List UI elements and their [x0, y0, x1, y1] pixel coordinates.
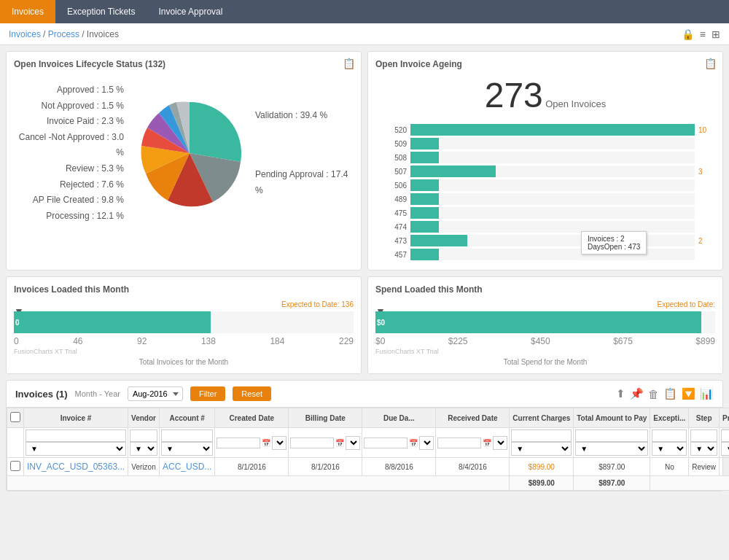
grid-icon[interactable]: ⊞ — [712, 28, 720, 40]
lifecycle-title: Open Invoices Lifecycle Status (132) — [14, 59, 354, 69]
filter-icon[interactable]: 🔽 — [682, 387, 695, 400]
nav-invoice-approval[interactable]: Invoice Approval — [147, 0, 234, 23]
settings-icon[interactable]: 📊 — [700, 387, 714, 400]
filter-button[interactable]: Filter — [190, 386, 225, 401]
ageing-bar-row: 508 — [381, 152, 709, 163]
ageing-bar-label: 457 — [381, 251, 407, 259]
ageing-bar-track — [410, 207, 695, 219]
invoice-num-link[interactable]: INV_ACC_USD_05363... — [27, 462, 125, 472]
ageing-bar-label: 506 — [381, 182, 407, 190]
filter-step[interactable] — [690, 429, 717, 442]
col-received-date: Received Date — [436, 408, 510, 428]
ageing-bar-track — [410, 166, 695, 177]
row-step: Review — [689, 458, 720, 476]
filter-current-charges[interactable] — [511, 429, 572, 442]
due-date-cal-icon[interactable]: 📅 — [409, 439, 418, 447]
breadcrumb-invoices[interactable]: Invoices — [9, 29, 41, 39]
filter-vendor[interactable] — [130, 429, 157, 442]
filter-due-op[interactable]: ▼ — [419, 436, 434, 450]
ageing-bar-row: 489 — [381, 193, 709, 205]
filter-total-op[interactable]: ▼ — [575, 442, 648, 456]
filter-total-amount[interactable] — [575, 429, 648, 442]
filter-invoice-num-op[interactable]: ▼ — [26, 442, 126, 456]
spend-fusion-label: FusionCharts XT Trial — [375, 348, 715, 355]
invoice-table: Invoice # Vendor Account # Created Date … — [7, 408, 729, 491]
ageing-bar-value: 3 — [698, 168, 709, 176]
filter-processing[interactable] — [721, 429, 729, 442]
ageing-bar-track: Invoices : 2DaysOpen : 473 — [410, 235, 695, 246]
pin-icon[interactable]: 📌 — [630, 387, 644, 400]
ageing-bar-row: 520 10 — [381, 124, 709, 136]
lock-icon[interactable]: 🔒 — [682, 28, 694, 40]
filter-billing-date[interactable] — [290, 438, 334, 448]
col-total-amount: Total Amount to Pay — [574, 408, 650, 428]
ageing-bar-track — [410, 193, 695, 205]
ageing-bar-track — [410, 138, 695, 149]
ageing-bar-fill — [410, 207, 439, 219]
breadcrumb-process[interactable]: Process — [48, 29, 79, 39]
invoices-x-axis: 0 46 92 138 184 229 — [14, 336, 354, 346]
ageing-bar-row: 475 — [381, 207, 709, 219]
invoices-chart-label: Total Invoices for the Month — [14, 358, 354, 366]
ageing-export-icon[interactable]: 📋 — [704, 58, 717, 69]
filter-received-date[interactable] — [437, 438, 481, 448]
invoices-bar-value: 0 — [15, 319, 20, 327]
pie-container: Approved : 1.5 % Not Approved : 1.5 % In… — [14, 75, 354, 231]
total-row: $899.00 $897.00 — [7, 476, 730, 491]
filter-exception[interactable] — [652, 429, 687, 442]
invoice-table-section: Invoices (1) Month - Year Aug-2016 Filte… — [6, 380, 723, 491]
created-date-cal-icon[interactable]: 📅 — [262, 439, 270, 447]
filter-processing-op[interactable]: ▼ — [721, 442, 729, 456]
filter-received-op[interactable]: ▼ — [493, 436, 507, 450]
filter-invoice-num[interactable] — [26, 429, 126, 442]
ageing-bar-row: 507 3 — [381, 166, 709, 177]
filter-step-op[interactable]: ▼ — [690, 442, 717, 456]
trash-icon[interactable]: 🗑 — [648, 388, 659, 400]
row-received-date: 8/4/2016 — [436, 458, 510, 476]
lifecycle-export-icon[interactable]: 📋 — [343, 58, 355, 69]
reset-button[interactable]: Reset — [233, 386, 271, 401]
ageing-bar-track — [410, 221, 695, 233]
invoices-bar: 0 — [14, 311, 211, 333]
nav-invoices[interactable]: Invoices — [0, 0, 55, 23]
filter-vendor-op[interactable]: ▼ — [130, 442, 157, 456]
month-year-select[interactable]: Aug-2016 — [128, 386, 183, 401]
bottom-charts: Invoices Loaded this Month Expected to D… — [0, 276, 729, 380]
ageing-bar-row: 509 — [381, 138, 709, 149]
ageing-bar-track — [410, 124, 695, 136]
nav-exception-tickets[interactable]: Exception Tickets — [55, 0, 147, 23]
col-checkbox — [7, 408, 24, 428]
spend-x-axis: $0 $225 $450 $675 $899 — [375, 336, 715, 346]
filter-billing-op[interactable]: ▼ — [346, 436, 360, 450]
row-total-amount: $897.00 — [574, 458, 650, 476]
invoices-fusion-label: FusionCharts XT Trial — [14, 348, 354, 355]
ageing-bar-track — [410, 249, 695, 260]
filter-due-date[interactable] — [364, 438, 408, 448]
filter-account[interactable] — [161, 429, 213, 442]
col-step: Step — [689, 408, 720, 428]
pie-chart — [131, 95, 248, 211]
filter-created-date[interactable] — [217, 438, 260, 448]
upload-icon[interactable]: ⬆ — [616, 387, 625, 400]
ageing-bar-value: 2 — [698, 237, 709, 245]
ageing-bar-label: 509 — [381, 140, 407, 148]
spend-bar-container: ▼ $0 — [375, 311, 715, 333]
ageing-bar-row: 474 — [381, 221, 709, 233]
ageing-bar-label: 474 — [381, 223, 407, 231]
filter-charges-op[interactable]: ▼ — [511, 442, 572, 456]
filter-created-op[interactable]: ▼ — [272, 436, 286, 450]
billing-date-cal-icon[interactable]: 📅 — [335, 439, 344, 447]
list-icon[interactable]: ≡ — [700, 28, 706, 40]
col-exception: Excepti... — [650, 408, 689, 428]
export-icon[interactable]: 📋 — [663, 387, 677, 400]
row-billing-date: 8/1/2016 — [289, 458, 362, 476]
filter-account-op[interactable]: ▼ — [161, 442, 213, 456]
row-checkbox[interactable] — [10, 461, 20, 471]
account-link[interactable]: ACC_USD... — [163, 462, 211, 472]
filter-exception-op[interactable]: ▼ — [652, 442, 687, 456]
invoices-bar-container: ▼ 0 — [14, 311, 354, 333]
select-all-checkbox[interactable] — [10, 412, 20, 422]
ageing-header: 273 Open Invoices — [375, 75, 715, 115]
received-date-cal-icon[interactable]: 📅 — [483, 439, 491, 447]
col-created-date: Created Date — [215, 408, 289, 428]
